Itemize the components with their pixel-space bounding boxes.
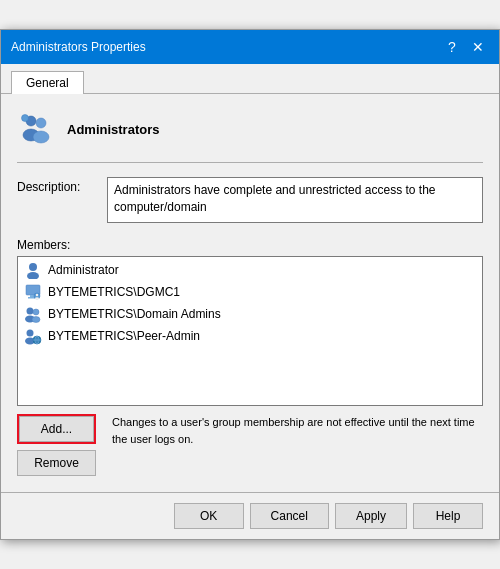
description-field <box>107 177 483 226</box>
help-button[interactable]: ? <box>441 36 463 58</box>
tab-general[interactable]: General <box>11 71 84 94</box>
group-icon <box>17 110 55 148</box>
svg-point-13 <box>27 308 34 315</box>
help-dialog-button[interactable]: Help <box>413 503 483 529</box>
dialog-title: Administrators Properties <box>11 40 146 54</box>
member-name: BYTEMETRICS\Peer-Admin <box>48 329 200 343</box>
members-label: Members: <box>17 238 483 252</box>
members-list: Administrator BYTEMETRICS\DGMC1 <box>17 256 483 406</box>
title-bar-controls: ? ✕ <box>441 36 489 58</box>
cancel-button[interactable]: Cancel <box>250 503 329 529</box>
svg-point-15 <box>33 309 39 315</box>
description-label: Description: <box>17 177 107 194</box>
add-remove-section: Add... Remove Changes to a user's group … <box>17 414 483 476</box>
ok-button[interactable]: OK <box>174 503 244 529</box>
group-icon <box>24 305 42 323</box>
svg-point-17 <box>27 330 34 337</box>
add-button[interactable]: Add... <box>19 416 94 442</box>
administrators-properties-dialog: Administrators Properties ? ✕ General <box>0 29 500 540</box>
title-bar: Administrators Properties ? ✕ <box>1 30 499 64</box>
svg-point-5 <box>29 263 37 271</box>
svg-point-12 <box>35 297 39 299</box>
membership-notice: Changes to a user's group membership are… <box>104 414 483 447</box>
add-button-wrapper: Add... <box>17 414 96 444</box>
svg-point-3 <box>33 131 49 143</box>
close-button[interactable]: ✕ <box>467 36 489 58</box>
user-icon <box>24 261 42 279</box>
computer-user-icon <box>24 283 42 301</box>
list-item[interactable]: BYTEMETRICS\Domain Admins <box>20 303 480 325</box>
list-item[interactable]: BYTEMETRICS\DGMC1 <box>20 281 480 303</box>
member-name: BYTEMETRICS\Domain Admins <box>48 307 221 321</box>
member-name: BYTEMETRICS\DGMC1 <box>48 285 180 299</box>
svg-point-11 <box>36 294 38 296</box>
description-textarea[interactable] <box>107 177 483 223</box>
member-name: Administrator <box>48 263 119 277</box>
svg-point-6 <box>27 272 39 279</box>
svg-point-16 <box>32 317 40 323</box>
header-section: Administrators <box>17 110 483 163</box>
list-item[interactable]: Administrator <box>20 259 480 281</box>
apply-button[interactable]: Apply <box>335 503 407 529</box>
tab-bar: General <box>1 64 499 94</box>
group-name: Administrators <box>67 122 159 137</box>
description-row: Description: <box>17 177 483 226</box>
remove-button[interactable]: Remove <box>17 450 96 476</box>
dialog-content: Administrators Description: Members: Adm… <box>1 94 499 492</box>
bottom-bar: OK Cancel Apply Help <box>1 492 499 539</box>
group-globe-icon <box>24 327 42 345</box>
list-item[interactable]: BYTEMETRICS\Peer-Admin <box>20 325 480 347</box>
svg-point-4 <box>22 115 29 122</box>
member-action-buttons: Add... Remove <box>17 414 96 476</box>
svg-point-2 <box>36 118 46 128</box>
